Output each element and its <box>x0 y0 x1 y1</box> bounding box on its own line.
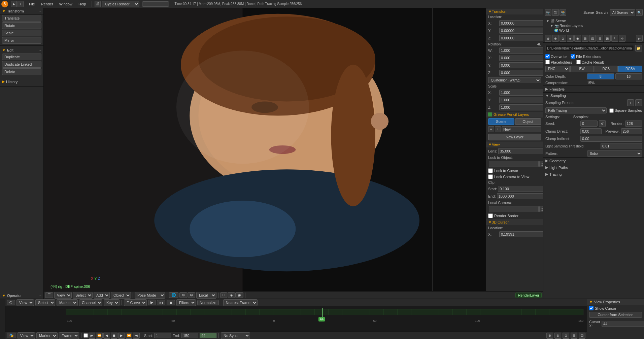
freestyle-header[interactable]: ▶ Freestyle <box>543 86 644 92</box>
local-select[interactable]: Local Global <box>196 292 216 299</box>
normalize-btn[interactable]: Normalize <box>197 300 219 305</box>
clip-start-input[interactable] <box>498 186 543 192</box>
timeline-select-select[interactable]: Select <box>35 299 55 306</box>
pb-icon-2[interactable]: ⊗ <box>554 333 561 339</box>
arm-icon-5[interactable]: ◉ <box>574 35 581 42</box>
magnet-icon[interactable]: ⊗ <box>188 292 195 298</box>
pose-mode-select[interactable]: Pose Mode Object Mode Edit Mode <box>135 292 165 299</box>
transform-section[interactable]: ▼ Transform <box>486 8 543 14</box>
loc-z-input[interactable] <box>499 35 543 41</box>
select-select[interactable]: Select <box>73 292 93 299</box>
tl-play-icon[interactable]: ▶ <box>148 300 156 305</box>
scene-tree-world[interactable]: 🌍 World <box>553 28 643 33</box>
pb-auto-check[interactable] <box>83 333 88 338</box>
depth-16-btn[interactable]: 16 <box>615 73 642 79</box>
scene-tree-renderlayers[interactable]: ▼ 📷 RenderLayers <box>549 23 643 28</box>
snap-icon[interactable]: ⊕ <box>179 292 187 298</box>
gp-checkbox[interactable] <box>488 112 492 116</box>
mirror-button[interactable]: Mirror <box>2 37 41 44</box>
file-path-input[interactable] <box>545 45 634 51</box>
arm-icon-7[interactable]: ⊡ <box>589 35 596 42</box>
end-frame-input[interactable] <box>181 333 198 338</box>
tl-record-icon[interactable]: ⏺ <box>167 300 175 305</box>
cursor-x-input[interactable] <box>602 321 644 327</box>
scene-tree-scene[interactable]: ▼ 🎬 Scene <box>545 19 643 23</box>
scene-field[interactable]: Scene <box>142 1 169 7</box>
gp-object-btn[interactable]: Object <box>515 118 541 125</box>
clamp-indirect-input[interactable] <box>580 136 642 142</box>
lock-to-cursor-check[interactable] <box>488 168 493 173</box>
pb-step-back[interactable]: ⏪ <box>96 333 103 339</box>
format-select[interactable]: PNG JPEG EXR <box>545 66 570 72</box>
engine-selector[interactable]: Cycles Render Blender Render <box>102 1 139 7</box>
gp-edit-icon[interactable]: ✏ <box>488 126 494 132</box>
path-tracing-select[interactable]: Path Tracing Branched Path Tracing <box>545 107 607 113</box>
vt-icon-btn[interactable]: ☰ <box>45 292 53 298</box>
scene-select[interactable]: All Scenes <box>610 9 635 15</box>
help-menu[interactable]: Help <box>76 1 89 7</box>
pb-play[interactable]: ▶ <box>118 333 125 339</box>
render-prev-icon[interactable]: ◉ <box>235 292 243 298</box>
wire-icon[interactable]: ◈ <box>228 292 235 298</box>
lock-camera-check[interactable] <box>488 174 493 179</box>
grease-pencil-section[interactable]: Grease Pencil Layers <box>486 111 543 117</box>
timeline-marker-select[interactable]: Marker <box>57 299 78 306</box>
tl-rewind-icon[interactable]: ⏮ <box>157 300 165 305</box>
rot-z-input[interactable] <box>499 70 543 76</box>
duplicate-linked-button[interactable]: Duplicate Linked <box>2 61 41 68</box>
bw-btn[interactable]: BW <box>570 66 594 72</box>
seed-input[interactable] <box>580 121 598 127</box>
start-frame-input[interactable] <box>154 333 171 338</box>
pb-step-fwd[interactable]: ⏩ <box>126 333 132 339</box>
gp-new-label[interactable]: New <box>503 127 511 131</box>
scale-x-input[interactable] <box>499 90 543 96</box>
sampling-header[interactable]: ▼ Sampling <box>543 93 644 99</box>
cursor-x-input[interactable] <box>499 231 543 237</box>
translate-button[interactable]: Translate <box>2 15 41 22</box>
clip-end-input[interactable] <box>497 193 543 199</box>
lock-object-input[interactable] <box>489 161 539 167</box>
scale-z-input[interactable] <box>499 104 543 110</box>
quaternion-select[interactable]: Quaternion (WXYZ) Euler (XYZ) <box>488 77 541 83</box>
scene-props-icon[interactable]: 🎬 <box>552 9 559 16</box>
sampling-add[interactable]: + <box>627 99 634 106</box>
window-menu[interactable]: Window <box>57 1 75 7</box>
render-val-input[interactable] <box>625 121 642 127</box>
placeholders-check[interactable] <box>545 60 550 64</box>
seed-random-icon[interactable]: ↺ <box>599 120 606 127</box>
preview-val-input[interactable] <box>621 128 642 134</box>
info-icon[interactable]: i <box>18 1 24 7</box>
solid-icon[interactable]: □ <box>220 292 227 298</box>
rgb-btn[interactable]: RGB <box>595 66 618 72</box>
arm-icon-9[interactable]: ⊠ <box>604 35 611 42</box>
arm-icon-11[interactable]: ⊹ <box>619 35 625 42</box>
view-section[interactable]: ▼ View <box>486 141 543 147</box>
render-border-check[interactable] <box>488 213 493 218</box>
timeline-view-select[interactable]: View <box>16 299 34 306</box>
local-camera-browse[interactable]: ⬚ <box>539 206 543 212</box>
current-frame-input[interactable] <box>200 333 216 338</box>
clamp-direct-input[interactable] <box>580 128 602 134</box>
nearest-frame-select[interactable]: Nearest Frame 1/2 Frame Free Frame <box>223 299 258 306</box>
pb-marker-select[interactable]: Marker <box>36 332 58 339</box>
new-layer-btn[interactable]: New Layer <box>488 134 541 140</box>
timeline-channel-select[interactable]: Channel <box>79 299 102 306</box>
rot-x-input[interactable] <box>499 55 543 61</box>
gp-add-icon[interactable]: + <box>495 126 501 132</box>
file-browse-icon[interactable]: 📁 <box>635 45 642 52</box>
view-select[interactable]: View <box>54 292 72 299</box>
file-menu[interactable]: File <box>26 1 38 7</box>
delete-button[interactable]: Delete <box>2 68 41 75</box>
operator-minus[interactable]: − <box>39 294 41 298</box>
pb-icon-1[interactable]: ⊕ <box>546 333 553 339</box>
cache-result-check[interactable] <box>576 60 581 64</box>
timeline-area[interactable]: 44 -100 -50 0 50 100 150 <box>5 306 587 332</box>
search-btn[interactable]: Search <box>595 10 609 14</box>
pb-icon-4[interactable]: ⊞ <box>571 333 577 339</box>
loc-x-input[interactable] <box>499 20 543 26</box>
global-local-btn[interactable]: 🌐 <box>169 292 178 298</box>
gp-scene-btn[interactable]: Scene <box>488 118 514 125</box>
rot-y-input[interactable] <box>499 62 543 68</box>
filters-select[interactable]: Filters <box>176 299 196 306</box>
arm-icon-4[interactable]: ◈ <box>567 35 574 42</box>
